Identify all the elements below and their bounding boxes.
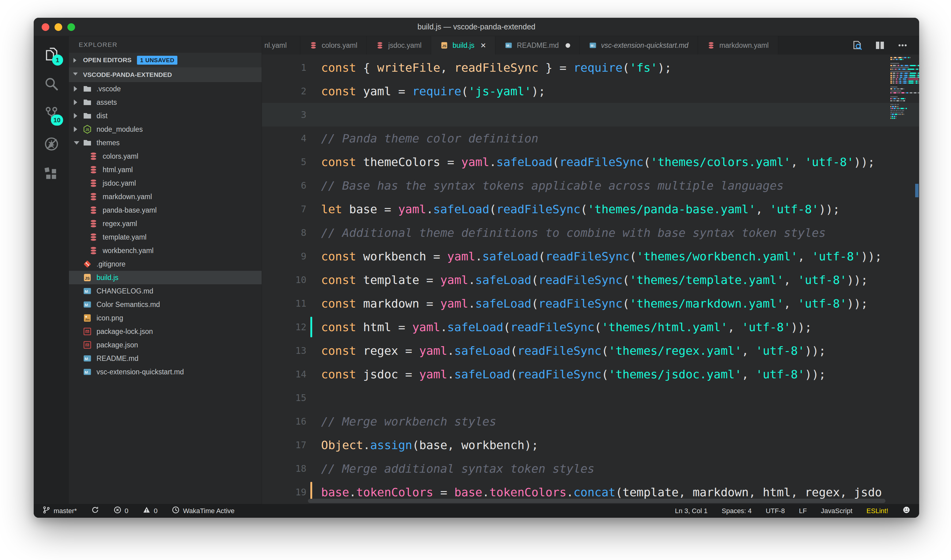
code-line[interactable]: 7let base = yaml.safeLoad(readFileSync('… — [262, 197, 919, 221]
code-token: const — [321, 273, 363, 287]
horizontal-scrollbar[interactable] — [308, 499, 885, 503]
close-icon[interactable]: × — [481, 41, 486, 50]
tab-build-js[interactable]: JSbuild.js× — [431, 36, 496, 55]
tab-readme-md[interactable]: M↓README.md — [496, 36, 580, 55]
minimap-line — [890, 88, 914, 89]
status-label: Ln 3, Col 1 — [675, 507, 708, 515]
tab-markdown-yaml[interactable]: markdown.yaml — [698, 36, 778, 55]
minimap[interactable] — [890, 57, 914, 120]
tab-nl-yaml[interactable]: nl.yaml — [262, 36, 300, 55]
tab-bar: nl.yamlcolors.yamljsdoc.yamlJSbuild.js×M… — [262, 36, 919, 55]
tab-vsc-extension-quickstart-md[interactable]: M↓vsc-extension-quickstart.md — [580, 36, 698, 55]
tree-item-assets[interactable]: assets — [69, 95, 262, 109]
extensions-activity-button[interactable] — [43, 165, 60, 183]
tree-item-vsc-extension-quickstart-md[interactable]: M↓vsc-extension-quickstart.md — [69, 365, 262, 378]
tree-item-html-yaml[interactable]: html.yaml — [69, 163, 262, 177]
code-line[interactable]: 16// Merge workbench styles — [262, 409, 919, 433]
close-window-button[interactable] — [42, 23, 49, 31]
open-editors-label: OPEN EDITORS — [83, 56, 131, 64]
code-line[interactable]: 14const jsdoc = yaml.safeLoad(readFileSy… — [262, 362, 919, 386]
code-line[interactable]: 13const regex = yaml.safeLoad(readFileSy… — [262, 339, 919, 362]
tab-colors-yaml[interactable]: colors.yaml — [300, 36, 367, 55]
tree-item-changelog-md[interactable]: M↓CHANGELOG.md — [69, 284, 262, 298]
tree-item-build-js[interactable]: JSbuild.js — [69, 271, 262, 284]
code-token: safeLoad — [454, 368, 511, 381]
file-label: markdown.yaml — [103, 193, 152, 201]
search-activity-button[interactable] — [43, 75, 60, 92]
status-item[interactable] — [91, 506, 99, 516]
minimap-line — [890, 69, 914, 70]
status-item-master[interactable]: master* — [42, 506, 77, 516]
tree-item-workbench-yaml[interactable]: workbench.yaml — [69, 244, 262, 257]
status-item-javascript[interactable]: JavaScript — [821, 507, 853, 515]
status-item-wakatime-active[interactable]: WakaTime Active — [172, 506, 234, 516]
code-editor[interactable]: 1const { writeFile, readFileSync } = req… — [262, 55, 919, 504]
minimize-window-button[interactable] — [55, 23, 62, 31]
code-line[interactable]: 2const yaml = require('js-yaml'); — [262, 79, 919, 103]
code-token: const — [321, 368, 363, 381]
tree-item-jsdoc-yaml[interactable]: jsdoc.yaml — [69, 177, 262, 190]
more-actions-icon[interactable] — [897, 40, 908, 51]
code-line[interactable]: 9const workbench = yaml.safeLoad(readFil… — [262, 245, 919, 268]
status-item-ln-3-col-1[interactable]: Ln 3, Col 1 — [675, 507, 708, 515]
project-section[interactable]: VSCODE-PANDA-EXTENDED — [69, 68, 262, 82]
open-editors-section[interactable]: OPEN EDITORS 1 UNSAVED — [69, 53, 262, 68]
tree-item-dist[interactable]: dist — [69, 109, 262, 123]
tab-label: colors.yaml — [322, 42, 357, 50]
status-item-0[interactable]: 0 — [113, 506, 128, 516]
code-line[interactable]: 18// Merge additional syntax token style… — [262, 457, 919, 480]
line-number: 8 — [262, 227, 306, 238]
code-line[interactable]: 4// Panda theme color definition — [262, 126, 919, 150]
split-editor-icon[interactable] — [874, 40, 885, 51]
status-item-lf[interactable]: LF — [799, 507, 807, 515]
minimap-token — [894, 116, 896, 117]
code-line[interactable]: 3 — [262, 103, 919, 126]
minimap-token — [905, 65, 908, 66]
status-item-eslint[interactable]: ESLint! — [866, 507, 888, 515]
zoom-window-button[interactable] — [68, 23, 75, 31]
code-token: . — [447, 344, 454, 357]
tree-item-regex-yaml[interactable]: regex.yaml — [69, 217, 262, 230]
source-control-activity-button[interactable]: 10 — [43, 105, 60, 123]
tree-item-package-json[interactable]: package.json — [69, 338, 262, 352]
status-item-spaces-4[interactable]: Spaces: 4 — [722, 507, 751, 515]
code-token: readFileSync — [517, 344, 602, 357]
tree-item-themes[interactable]: themes — [69, 136, 262, 149]
tab-jsdoc-yaml[interactable]: jsdoc.yaml — [367, 36, 431, 55]
code-line[interactable]: 6// Base has the syntax tokens applicabl… — [262, 174, 919, 197]
code-line[interactable]: 10const template = yaml.safeLoad(readFil… — [262, 268, 919, 292]
tree-item-template-yaml[interactable]: template.yaml — [69, 230, 262, 244]
title-bar[interactable]: build.js — vscode-panda-extended — [34, 18, 919, 36]
code-text: let base = yaml.safeLoad(readFileSync('t… — [306, 203, 840, 216]
code-line[interactable]: 5const themeColors = yaml.safeLoad(readF… — [262, 150, 919, 174]
tree-item-readme-md[interactable]: M↓README.md — [69, 352, 262, 365]
minimap-token — [901, 69, 902, 70]
tree-item-package-lock-json[interactable]: package-lock.json — [69, 325, 262, 338]
status-label: LF — [799, 507, 807, 515]
code-line[interactable]: 11const markdown = yaml.safeLoad(readFil… — [262, 292, 919, 315]
code-line[interactable]: 15 — [262, 386, 919, 409]
files-activity-button[interactable]: 1 — [43, 45, 60, 63]
code-token: { — [363, 61, 377, 74]
tree-item-panda-base-yaml[interactable]: panda-base.yaml — [69, 203, 262, 217]
tree-item-markdown-yaml[interactable]: markdown.yaml — [69, 190, 262, 203]
tree-item-gitignore[interactable]: .gitignore — [69, 257, 262, 271]
status-item-0[interactable]: 0 — [143, 506, 157, 516]
tree-item-color-semantics-md[interactable]: M↓Color Semantics.md — [69, 298, 262, 311]
tree-item-vscode[interactable]: .vscode — [69, 82, 262, 95]
minimap-token — [890, 90, 901, 92]
tree-item-colors-yaml[interactable]: colors.yaml — [69, 149, 262, 163]
minimap-token — [895, 106, 896, 107]
code-line[interactable]: 17Object.assign(base, workbench); — [262, 433, 919, 457]
svg-text:M↓: M↓ — [85, 370, 90, 375]
code-line[interactable]: 1const { writeFile, readFileSync } = req… — [262, 56, 919, 79]
code-line[interactable]: 8// Additional theme definitions to comb… — [262, 221, 919, 245]
tree-item-node-modules[interactable]: JSnode_modules — [69, 123, 262, 136]
code-line[interactable]: 12const html = yaml.safeLoad(readFileSyn… — [262, 315, 919, 339]
code-token: ); — [531, 85, 545, 98]
status-item[interactable] — [902, 506, 911, 516]
open-preview-icon[interactable] — [852, 40, 863, 51]
tree-item-icon-png[interactable]: icon.png — [69, 311, 262, 325]
debug-activity-button[interactable] — [43, 135, 60, 152]
status-item-utf-8[interactable]: UTF-8 — [766, 507, 785, 515]
